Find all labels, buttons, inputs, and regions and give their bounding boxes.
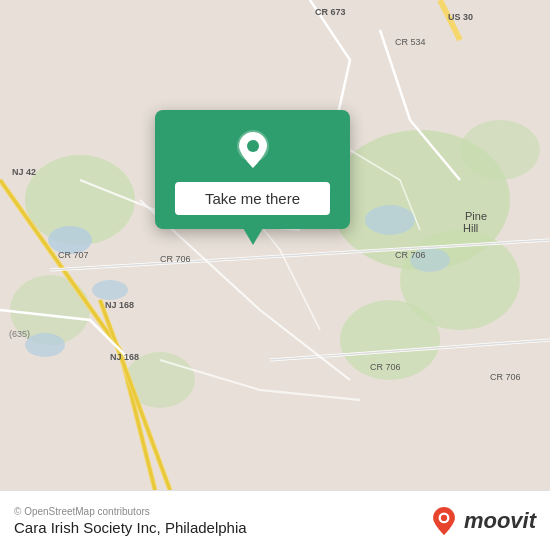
svg-text:(635): (635) [9,329,30,339]
take-me-there-button[interactable]: Take me there [175,182,330,215]
svg-text:Pine: Pine [465,210,487,222]
moovit-brand-label: moovit [464,508,536,534]
map-container: NJ 42 CR 673 US 30 CR 534 CR 707 CR 706 … [0,0,550,490]
location-pin-icon [231,128,275,172]
svg-point-4 [460,120,540,180]
svg-text:CR 534: CR 534 [395,37,426,47]
osm-credit: © OpenStreetMap contributors [14,506,247,517]
svg-text:US 30: US 30 [448,12,473,22]
svg-point-10 [25,333,65,357]
location-name: Cara Irish Society Inc, Philadelphia [14,519,247,536]
svg-text:CR 706: CR 706 [490,372,521,382]
svg-point-28 [247,140,259,152]
svg-text:NJ 168: NJ 168 [110,352,139,362]
map-background: NJ 42 CR 673 US 30 CR 534 CR 707 CR 706 … [0,0,550,490]
bottom-left-info: © OpenStreetMap contributors Cara Irish … [14,506,247,536]
svg-point-11 [365,205,415,235]
svg-point-30 [441,514,447,520]
bottom-bar: © OpenStreetMap contributors Cara Irish … [0,490,550,550]
moovit-pin-icon [430,507,458,535]
moovit-logo: moovit [430,507,536,535]
svg-text:CR 706: CR 706 [395,250,426,260]
svg-text:NJ 42: NJ 42 [12,167,36,177]
svg-text:NJ 168: NJ 168 [105,300,134,310]
svg-text:CR 707: CR 707 [58,250,89,260]
svg-text:CR 706: CR 706 [160,254,191,264]
popup-card: Take me there [155,110,350,229]
svg-text:CR 673: CR 673 [315,7,346,17]
svg-text:CR 706: CR 706 [370,362,401,372]
svg-point-9 [92,280,128,300]
svg-text:Hill: Hill [463,222,478,234]
